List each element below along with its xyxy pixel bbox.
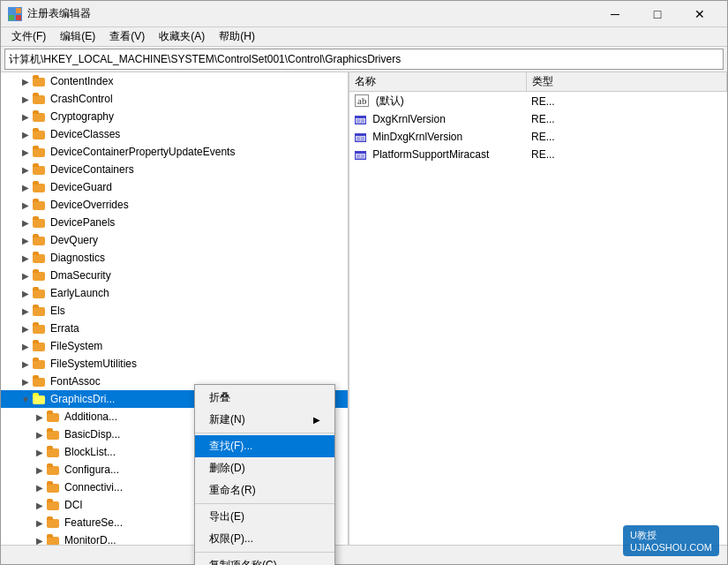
expand-icon: ▶ — [19, 162, 33, 177]
address-bar: 计算机\HKEY_LOCAL_MACHINE\SYSTEM\ControlSet… — [4, 49, 724, 70]
tree-item-filesystemutilities[interactable]: ▶ FileSystemUtilities — [1, 355, 348, 373]
tree-item-label: Cryptography — [50, 110, 114, 123]
table-row[interactable]: ▨▨ MinDxgKrnlVersion RE... — [349, 128, 727, 146]
tree-item-filesystem[interactable]: ▶ FileSystem — [1, 337, 348, 355]
tree-item-dmasecurity[interactable]: ▶ DmaSecurity — [1, 267, 348, 284]
window-title: 注册表编辑器 — [27, 6, 595, 21]
folder-icon — [47, 499, 61, 511]
minimize-button[interactable]: ─ — [595, 1, 635, 27]
expand-icon: ▶ — [19, 268, 33, 282]
tree-item-label: DevicePanels — [50, 216, 115, 229]
close-button[interactable]: ✕ — [679, 1, 720, 27]
menu-file[interactable]: 文件(F) — [4, 27, 53, 46]
tree-item-label: DeviceOverrides — [50, 199, 129, 211]
tree-item-cryptography[interactable]: ▶ Cryptography — [1, 108, 348, 125]
value-type: RE... — [526, 128, 727, 146]
tree-item-devicepanels[interactable]: ▶ DevicePanels — [1, 214, 348, 231]
folder-icon — [33, 358, 47, 370]
menu-favorites[interactable]: 收藏夹(A) — [152, 27, 212, 46]
expand-icon: ▶ — [19, 215, 33, 230]
ctx-item-label: 复制项名称(C) — [209, 558, 277, 565]
tree-item-label: DeviceGuard — [50, 181, 112, 193]
folder-icon — [33, 146, 47, 158]
tree-item-earlylaunch[interactable]: ▶ EarlyLaunch — [1, 284, 348, 302]
tree-item-devicecontainers[interactable]: ▶ DeviceContainers — [1, 161, 348, 178]
ab-icon: ab — [355, 94, 369, 107]
ctx-item-label: 导出(E) — [209, 509, 244, 524]
expand-icon: ▶ — [19, 374, 33, 388]
ctx-separator — [195, 433, 334, 433]
tree-item-deviceguard[interactable]: ▶ DeviceGuard — [1, 178, 348, 196]
folder-icon — [33, 340, 47, 352]
folder-icon — [47, 481, 61, 493]
ctx-item-label: 新建(N) — [209, 412, 245, 427]
expand-icon: ▶ — [33, 533, 47, 545]
window-controls: ─ □ ✕ — [595, 1, 720, 27]
binary-icon: ▨▨ — [355, 116, 366, 124]
folder-icon — [33, 305, 47, 317]
title-bar: 注册表编辑器 ─ □ ✕ — [1, 1, 727, 27]
ctx-item-label: 折叠 — [209, 390, 230, 405]
ctx-permissions[interactable]: 权限(P)... — [195, 528, 334, 550]
table-row[interactable]: ▨▨ PlatformSupportMiracast RE... — [349, 146, 727, 163]
ctx-item-label: 删除(D) — [209, 461, 245, 476]
binary-icon: ▨▨ — [355, 151, 366, 160]
table-row[interactable]: ▨▨ DxgKrnlVersion RE... — [349, 110, 727, 128]
main-content: ▶ ContentIndex ▶ CrashControl ▶ Cryptogr… — [1, 72, 727, 545]
expand-icon: ▶ — [19, 233, 33, 247]
tree-item-errata[interactable]: ▶ Errata — [1, 320, 348, 337]
app-icon — [8, 7, 22, 21]
tree-item-contentindex[interactable]: ▶ ContentIndex — [1, 72, 348, 90]
tree-item-els[interactable]: ▶ Els — [1, 302, 348, 320]
expand-icon: ▶ — [19, 251, 33, 265]
folder-icon — [33, 287, 47, 299]
expand-icon: ▶ — [19, 357, 33, 371]
folder-icon — [47, 463, 61, 476]
folder-icon — [47, 516, 61, 529]
expand-icon: ▶ — [19, 321, 33, 335]
expand-icon: ▶ — [19, 339, 33, 353]
expand-icon: ▶ — [19, 286, 33, 300]
svg-rect-0 — [9, 8, 14, 13]
expand-icon: ▶ — [33, 498, 47, 512]
folder-icon — [33, 128, 47, 140]
tree-item-diagnostics[interactable]: ▶ Diagnostics — [1, 249, 348, 267]
expand-icon: ▶ — [33, 410, 47, 424]
menu-edit[interactable]: 编辑(E) — [53, 27, 102, 46]
tree-item-deviceclasses[interactable]: ▶ DeviceClasses — [1, 125, 348, 143]
tree-item-label: DeviceContainerPropertyUpdateEvents — [50, 146, 235, 158]
tree-item-label: Configura... — [64, 463, 119, 476]
ctx-new[interactable]: 新建(N) ▶ — [195, 409, 334, 431]
value-name: ▨▨ DxgKrnlVersion — [349, 110, 526, 128]
ctx-export[interactable]: 导出(E) — [195, 506, 334, 528]
value-name: ▨▨ MinDxgKrnlVersion — [349, 128, 526, 146]
tree-item-label: DeviceContainers — [50, 163, 134, 176]
tree-item-deviceoverrides[interactable]: ▶ DeviceOverrides — [1, 196, 348, 214]
submenu-arrow-icon: ▶ — [313, 415, 320, 425]
ctx-collapse[interactable]: 折叠 — [195, 387, 334, 409]
tree-item-label: BlockList... — [64, 446, 116, 458]
tree-item-label: DevQuery — [50, 234, 98, 246]
tree-item-devquery[interactable]: ▶ DevQuery — [1, 231, 348, 249]
col-header-type: 类型 — [526, 72, 727, 92]
folder-icon — [33, 393, 47, 405]
watermark: U教授 UJIAOSHOU.COM — [623, 525, 719, 556]
tree-item-label: DeviceClasses — [50, 128, 120, 140]
maximize-button[interactable]: □ — [637, 1, 678, 27]
context-menu: 折叠 新建(N) ▶ 查找(F)... 删除(D) 重命名(R) 导出(E) 权… — [194, 384, 335, 565]
menu-help[interactable]: 帮助(H) — [212, 27, 262, 46]
folder-icon — [33, 110, 47, 123]
address-path: 计算机\HKEY_LOCAL_MACHINE\SYSTEM\ControlSet… — [9, 52, 401, 67]
svg-rect-3 — [16, 15, 21, 20]
ctx-find[interactable]: 查找(F)... — [195, 435, 334, 457]
tree-item-label: EarlyLaunch — [50, 287, 109, 299]
expand-icon: ▶ — [19, 198, 33, 212]
tree-item-devicecontainerprop[interactable]: ▶ DeviceContainerPropertyUpdateEvents — [1, 143, 348, 161]
ctx-copy-name[interactable]: 复制项名称(C) — [195, 554, 334, 565]
status-bar — [1, 545, 727, 564]
ctx-rename[interactable]: 重命名(R) — [195, 479, 334, 501]
ctx-delete[interactable]: 删除(D) — [195, 457, 334, 479]
table-row[interactable]: ab (默认) RE... — [349, 92, 727, 111]
tree-item-crashcontrol[interactable]: ▶ CrashControl — [1, 90, 348, 108]
menu-view[interactable]: 查看(V) — [102, 27, 152, 46]
